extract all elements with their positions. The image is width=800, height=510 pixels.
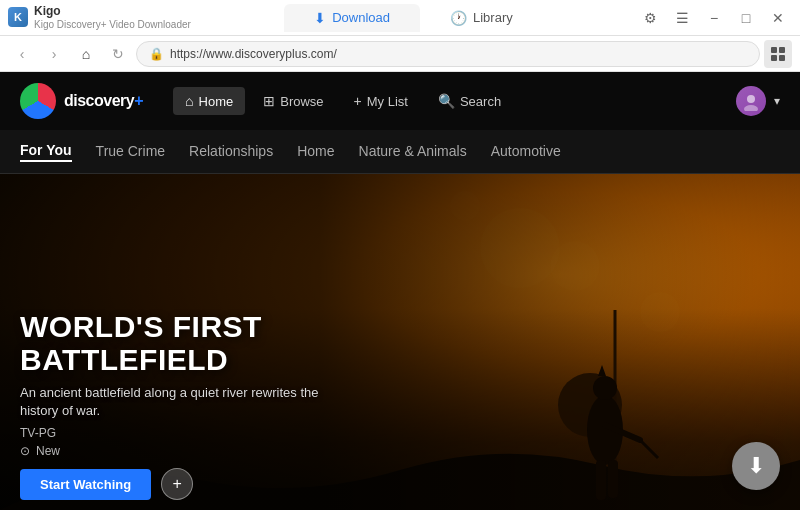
menu-icon[interactable]: ☰ [668, 4, 696, 32]
svg-marker-10 [598, 365, 606, 376]
title-bar: K Kigo Kigo Discovery+ Video Downloader … [0, 0, 800, 36]
close-button[interactable]: ✕ [764, 4, 792, 32]
maximize-button[interactable]: □ [732, 4, 760, 32]
tab-bar: ⬇ Download 🕐 Library [211, 4, 616, 32]
logo-text: discovery+ [64, 92, 143, 110]
app-name: Kigo [34, 4, 191, 18]
nav-search-label: Search [460, 94, 501, 109]
user-avatar[interactable] [736, 86, 766, 116]
cat-for-you[interactable]: For You [20, 142, 72, 162]
mylist-nav-icon: + [354, 93, 362, 109]
tab-library[interactable]: 🕐 Library [420, 4, 543, 32]
tab-download-label: Download [332, 10, 390, 25]
svg-rect-2 [771, 55, 777, 61]
url-text: https://www.discoveryplus.com/ [170, 47, 747, 61]
nav-home-label: Home [199, 94, 234, 109]
logo-circle-icon [20, 83, 56, 119]
window-controls: ⚙ ☰ − □ ✕ [636, 4, 792, 32]
clock-icon: ⊙ [20, 444, 30, 458]
download-tab-icon: ⬇ [314, 10, 326, 26]
browse-nav-icon: ⊞ [263, 93, 275, 109]
settings-icon[interactable]: ⚙ [636, 4, 664, 32]
cat-nature-animals[interactable]: Nature & Animals [359, 143, 467, 161]
home-nav-icon: ⌂ [185, 93, 193, 109]
minimize-button[interactable]: − [700, 4, 728, 32]
discovery-header: discovery+ ⌂ Home ⊞ Browse + My List 🔍 S… [0, 72, 800, 130]
svg-rect-12 [608, 460, 618, 498]
title-text: Kigo Kigo Discovery+ Video Downloader [34, 4, 191, 30]
refresh-button[interactable]: ↻ [104, 40, 132, 68]
content-area: discovery+ ⌂ Home ⊞ Browse + My List 🔍 S… [0, 72, 800, 510]
extensions-icon[interactable] [764, 40, 792, 68]
hero-title-line2: BATTLEFIELD [20, 343, 320, 376]
tab-library-label: Library [473, 10, 513, 25]
nav-mylist[interactable]: + My List [342, 87, 420, 115]
svg-rect-0 [771, 47, 777, 53]
nav-search[interactable]: 🔍 Search [426, 87, 513, 115]
svg-point-5 [744, 105, 758, 111]
download-fab-button[interactable]: ⬇ [732, 442, 780, 490]
nav-browse[interactable]: ⊞ Browse [251, 87, 335, 115]
back-button[interactable]: ‹ [8, 40, 36, 68]
app-subtitle: Kigo Discovery+ Video Downloader [34, 19, 191, 31]
hero-title: WORLD'S FIRST BATTLEFIELD [20, 310, 320, 376]
nav-browse-label: Browse [280, 94, 323, 109]
add-to-list-button[interactable]: + [161, 468, 193, 500]
tab-download[interactable]: ⬇ Download [284, 4, 420, 32]
nav-home[interactable]: ⌂ Home [173, 87, 245, 115]
discovery-header-right: ▾ [736, 86, 780, 116]
app-icon: K [8, 7, 28, 27]
category-nav: For You True Crime Relationships Home Na… [0, 130, 800, 174]
home-nav-button[interactable]: ⌂ [72, 40, 100, 68]
discovery-logo[interactable]: discovery+ [20, 83, 143, 119]
search-nav-icon: 🔍 [438, 93, 455, 109]
warrior-silhouette [540, 310, 660, 510]
hero-content: WORLD'S FIRST BATTLEFIELD An ancient bat… [20, 310, 320, 510]
cat-relationships[interactable]: Relationships [189, 143, 273, 161]
cat-true-crime[interactable]: True Crime [96, 143, 166, 161]
cat-automotive[interactable]: Automotive [491, 143, 561, 161]
svg-point-4 [747, 95, 755, 103]
nav-mylist-label: My List [367, 94, 408, 109]
svg-rect-11 [596, 460, 606, 500]
url-bar[interactable]: 🔒 https://www.discoveryplus.com/ [136, 41, 760, 67]
hero-section: WORLD'S FIRST BATTLEFIELD An ancient bat… [0, 174, 800, 510]
hero-rating: TV-PG [20, 426, 320, 440]
app-info: K Kigo Kigo Discovery+ Video Downloader [8, 4, 191, 30]
nav-bar: ‹ › ⌂ ↻ 🔒 https://www.discoveryplus.com/ [0, 36, 800, 72]
hero-buttons: Start Watching + [20, 468, 320, 500]
start-watching-button[interactable]: Start Watching [20, 469, 151, 500]
hero-description: An ancient battlefield along a quiet riv… [20, 384, 320, 420]
forward-button[interactable]: › [40, 40, 68, 68]
lock-icon: 🔒 [149, 47, 164, 61]
hero-badge-label: New [36, 444, 60, 458]
discovery-nav: ⌂ Home ⊞ Browse + My List 🔍 Search [173, 87, 706, 115]
download-fab-icon: ⬇ [747, 453, 765, 479]
svg-rect-1 [779, 47, 785, 53]
hero-title-line1: WORLD'S FIRST [20, 310, 320, 343]
svg-line-14 [640, 440, 658, 458]
cat-home[interactable]: Home [297, 143, 334, 161]
chevron-down-icon[interactable]: ▾ [774, 94, 780, 108]
hero-badge: ⊙ New [20, 444, 320, 458]
svg-rect-3 [779, 55, 785, 61]
library-tab-icon: 🕐 [450, 10, 467, 26]
svg-point-9 [593, 376, 617, 400]
